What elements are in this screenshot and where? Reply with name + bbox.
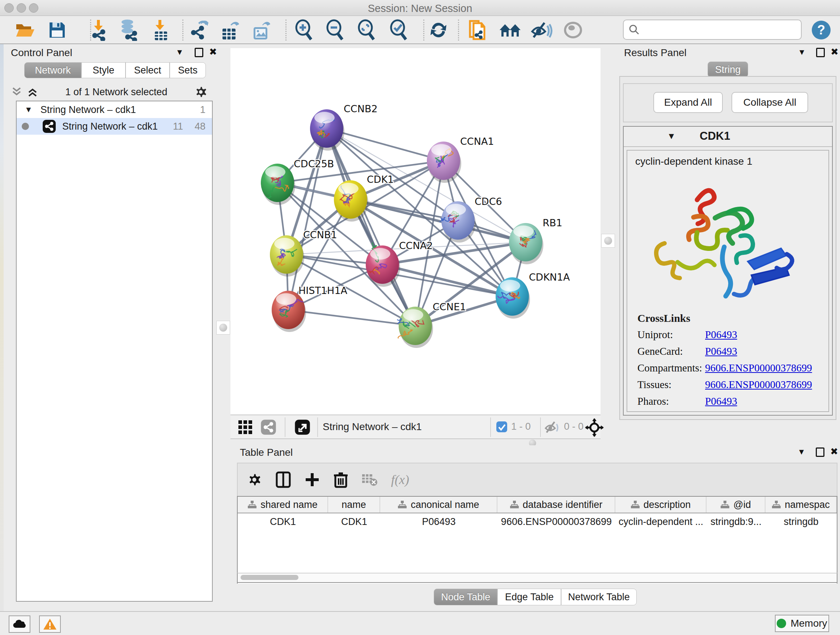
network-node-rb1[interactable]: RB1 [509,217,562,264]
zoom-out-icon[interactable] [324,19,347,41]
float-panel-icon[interactable] [816,48,825,57]
column-header--id[interactable]: @id [706,497,766,513]
home-layout-icon[interactable] [499,19,522,41]
tab-style[interactable]: Style [81,62,126,78]
crosslink-value-link[interactable]: P06493 [705,345,737,357]
network-label: String Network – cdk1 [62,121,158,132]
right-splitter-handle[interactable] [601,234,615,248]
memory-status-dot [777,619,786,628]
crosslink-value-link[interactable]: 9606.ENSP00000378699 [705,362,812,374]
open-in-window-icon[interactable] [294,419,311,437]
string-view-icon[interactable] [260,419,277,437]
node-attribute-icon [510,500,519,509]
column-header-namespac[interactable]: namespac [766,497,837,513]
node-details-body: cyclin-dependent kinase 1 [627,150,829,412]
open-session-icon[interactable] [14,19,37,41]
control-panel: Control Panel ▾ ✖ NetworkStyleSelectSets… [4,44,214,603]
import-network-from-file-icon[interactable] [87,19,110,41]
help-icon[interactable]: ? [810,19,833,41]
tab-string[interactable]: String [707,62,748,78]
left-splitter-handle[interactable] [216,321,230,334]
create-column-icon[interactable] [304,472,320,488]
scrollbar-thumb[interactable] [240,575,298,580]
export-table-icon[interactable] [218,19,242,41]
grid-view-icon[interactable] [238,420,253,436]
network-node-hist1h1a[interactable]: HIST1H1A [272,285,347,332]
expand-all-icon[interactable] [27,87,39,97]
expand-all-button[interactable]: Expand All [653,92,723,113]
network-edge[interactable] [288,310,415,326]
panel-menu-icon[interactable]: ▾ [177,46,182,57]
show-all-icon[interactable] [561,19,584,41]
column-header-name[interactable]: name [328,497,380,513]
crosslink-value-link[interactable]: 9606.ENSP00000378699 [705,379,812,391]
zoom-selected-icon[interactable] [387,19,410,41]
column-header-database-identifier[interactable]: database identifier [497,497,615,513]
network-node-ccna1[interactable]: CCNA1 [427,136,494,183]
cloud-button[interactable] [9,616,30,633]
clone-network-icon[interactable] [467,19,490,41]
close-panel-icon[interactable]: ✖ [209,46,217,57]
gear-icon[interactable] [194,85,208,99]
hide-selected-icon[interactable] [530,19,553,41]
protein-structure-image [627,171,829,310]
network-node-cdc6[interactable]: CDC6 [439,196,502,242]
network-node-cdk1[interactable]: CDK1 [334,174,394,222]
tab-edge-table[interactable]: Edge Table [497,589,561,605]
search-box[interactable] [623,19,802,40]
collapse-all-icon[interactable] [11,87,23,97]
network-canvas[interactable]: CCNB2CCNA1CDC25BCDK1CDC6RB1CCNB1CCNA2CDK… [231,48,600,415]
function-builder-icon[interactable]: f(x) [391,472,409,487]
crosslink-value-link[interactable]: P06493 [705,329,737,340]
collapse-all-button[interactable]: Collapse All [731,92,808,113]
warnings-button[interactable] [39,616,61,633]
network-edge[interactable] [327,128,415,326]
node-section-header[interactable]: ▼ CDK1 [624,127,832,147]
import-table-from-file-icon[interactable] [149,19,172,41]
collapse-arrow-icon[interactable]: ▼ [25,105,33,114]
panel-menu-icon[interactable]: ▾ [799,446,804,457]
table-settings-gear-icon[interactable] [246,472,262,488]
zoom-in-icon[interactable] [292,19,316,41]
delete-table-icon[interactable] [362,473,378,486]
refresh-icon[interactable] [427,19,450,41]
birds-eye-view-icon[interactable] [585,418,604,439]
network-row[interactable]: String Network – cdk1 11 48 [17,118,212,135]
selected-checkbox-icon[interactable] [496,421,508,434]
collapse-arrow-icon[interactable]: ▼ [667,131,676,141]
import-network-from-database-icon[interactable] [117,19,140,41]
float-panel-icon[interactable] [816,448,824,457]
show-columns-icon[interactable] [275,471,291,488]
network-collection-row[interactable]: ▼ String Network – cdk1 1 [17,101,212,118]
tab-network-table[interactable]: Network Table [561,589,637,605]
table-row[interactable]: CDK1CDK1P064939606.ENSP00000378699cyclin… [238,513,837,527]
table-cell: cyclin-dependent ... [615,513,706,527]
memory-button[interactable]: Memory [775,615,829,632]
column-header-description[interactable]: description [615,497,706,513]
save-session-icon[interactable] [46,19,69,41]
export-image-icon[interactable] [249,19,273,41]
tab-node-table[interactable]: Node Table [434,589,497,605]
search-input[interactable] [639,24,795,35]
export-network-icon[interactable] [187,19,210,41]
float-panel-icon[interactable] [195,48,203,57]
footer-separator [317,417,318,437]
panel-menu-icon[interactable]: ▾ [799,46,804,57]
tab-select[interactable]: Select [126,62,170,78]
close-panel-icon[interactable]: ✖ [831,46,838,57]
network-edge[interactable] [288,128,327,310]
node-table[interactable]: shared namenamecanonical namedatabase id… [237,496,837,584]
hidden-eye-slash-icon[interactable] [545,420,561,435]
table-horizontal-scrollbar[interactable] [237,573,837,583]
results-buttons-bar: Expand All Collapse All [623,83,833,122]
delete-column-icon[interactable] [333,471,348,488]
crosslink-value-link[interactable]: P06493 [705,395,737,407]
column-header-canonical-name[interactable]: canonical name [380,497,497,513]
tab-network[interactable]: Network [24,62,81,78]
tab-sets[interactable]: Sets [170,62,206,78]
toolbar-separator [286,19,286,41]
network-node-cdkn1a[interactable]: CDKN1A [496,272,570,318]
close-panel-icon[interactable]: ✖ [830,446,838,457]
column-header-shared-name[interactable]: shared name [238,497,328,513]
zoom-fit-icon[interactable] [355,19,378,41]
